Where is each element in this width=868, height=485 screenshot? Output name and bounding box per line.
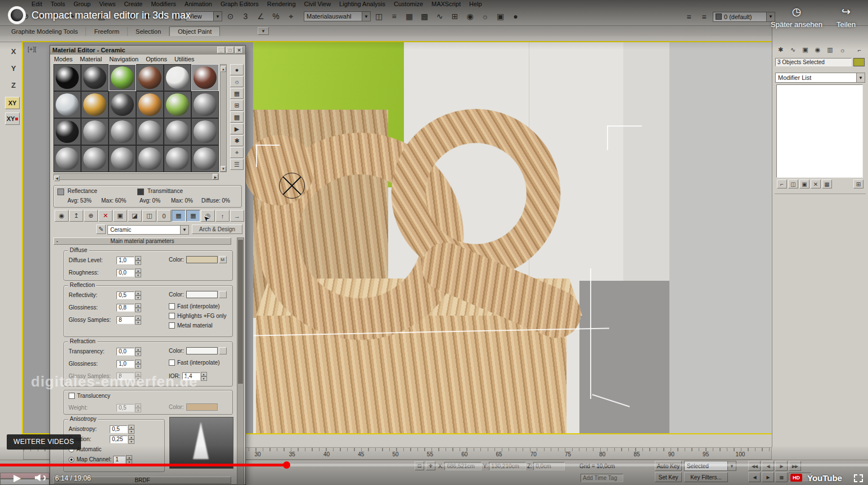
menu-item[interactable]: Rendering (267, 1, 296, 7)
material-slot[interactable] (164, 118, 191, 145)
ior-spinner[interactable]: ▲▼ (201, 372, 207, 380)
share-button[interactable]: ↪ Teilen (831, 5, 861, 29)
tab-hierarchy[interactable]: ▣ (800, 45, 811, 55)
material-slot[interactable] (164, 64, 191, 91)
modifier-stack-menu-button[interactable]: ⊞ (853, 179, 863, 188)
put-to-library-icon[interactable]: ◫ (142, 210, 156, 222)
material-slot[interactable] (191, 64, 219, 91)
hd-settings-badge[interactable]: HD (790, 474, 802, 482)
minimize-button[interactable]: _ (217, 47, 225, 53)
material-slot[interactable] (191, 145, 219, 172)
material-slot[interactable] (81, 91, 109, 118)
rendered-frame-icon[interactable]: ▣ (493, 10, 507, 24)
translucency-checkbox[interactable] (69, 393, 75, 399)
transparency-input[interactable]: 0,0 (116, 348, 134, 356)
time-configuration-button[interactable]: ▦ (775, 472, 788, 482)
slots-horizontal-scrollbar[interactable]: ◀ ▶ (53, 173, 219, 180)
use-center-icon[interactable]: ⊙ (223, 10, 237, 24)
menu-item[interactable]: Create (124, 1, 142, 7)
render-setup-icon[interactable]: ☼ (478, 10, 492, 24)
material-id-channel-icon[interactable]: 0 (157, 210, 171, 222)
rollout-scrollbar[interactable] (237, 237, 244, 485)
video-title[interactable]: Compact material editor in 3ds max (32, 10, 191, 21)
get-material-icon[interactable]: ◉ (55, 210, 69, 222)
progress-bar[interactable] (0, 464, 868, 466)
tab-modify[interactable]: ∿ (788, 45, 798, 55)
named-selection-set-dropdown[interactable]: Materialauswahl ▼ (304, 11, 371, 21)
reflection-glossiness-input[interactable]: 0,8 (116, 304, 134, 312)
roughness-spinner[interactable]: ▲▼ (135, 268, 141, 277)
maximize-button[interactable]: □ (226, 47, 234, 53)
rotation-spinner[interactable]: ▲▼ (128, 435, 134, 443)
tab-create[interactable]: ✱ (775, 45, 786, 55)
viewport-label[interactable]: [+][ (28, 46, 37, 52)
refraction-glossiness-spinner[interactable]: ▲▼ (135, 360, 141, 368)
configure-modifier-sets-button[interactable]: ▦ (822, 179, 832, 188)
ribbon-minimize-button[interactable]: ▼ (258, 27, 269, 35)
menu-item[interactable]: Modes (54, 56, 73, 62)
material-slot[interactable] (81, 118, 109, 145)
ribbon-tab[interactable]: Object Paint (169, 26, 220, 36)
diffuse-level-input[interactable]: 1,0 (116, 257, 134, 264)
make-preview-icon[interactable]: ▶ (230, 123, 244, 134)
rotate-gizmo[interactable] (279, 173, 305, 199)
tab-display[interactable]: ▥ (825, 45, 835, 55)
menu-item[interactable]: Civil View (304, 1, 331, 7)
watch-later-button[interactable]: ◷ Später ansehen (771, 5, 822, 29)
video-color-check-icon[interactable]: ▩ (230, 111, 244, 123)
material-slot[interactable] (81, 145, 109, 172)
material-name-dropdown[interactable]: Ceramic ▼ (107, 224, 189, 235)
ribbon-tab[interactable]: Freeform (86, 27, 128, 36)
material-slot[interactable] (164, 145, 191, 172)
reflectivity-input[interactable]: 0,5 (116, 291, 134, 299)
menu-item[interactable]: Edit (32, 1, 42, 7)
plane-xy-lock-button[interactable]: XY (5, 113, 20, 125)
layer-manager-icon[interactable]: ▦ (402, 10, 416, 24)
set-key-button[interactable]: Set Key (655, 472, 682, 482)
material-slot[interactable] (136, 91, 164, 118)
fullscreen-icon[interactable] (854, 474, 863, 482)
channel-avatar[interactable] (8, 6, 26, 24)
menu-item[interactable]: Animation (185, 1, 212, 7)
material-slot[interactable] (136, 145, 164, 172)
modifier-stack-list[interactable] (776, 84, 863, 178)
go-forward-sibling-icon[interactable]: → (230, 210, 244, 222)
pick-material-eyedropper-icon[interactable]: ✎ (96, 224, 106, 234)
material-slot[interactable] (81, 64, 109, 91)
material-editor-icon[interactable]: ◉ (463, 10, 477, 24)
menu-item[interactable]: Views (99, 1, 115, 7)
material-editor-titlebar[interactable]: Material Editor - Ceramic _□✕ (50, 46, 245, 55)
diffuse-color-swatch[interactable] (186, 256, 218, 263)
play-button[interactable]: ▶ (14, 472, 21, 484)
object-color-chip[interactable] (853, 58, 865, 66)
next-key-button[interactable]: ▶ (762, 472, 774, 482)
backlight-icon[interactable]: ☼ (230, 76, 244, 87)
reflection-color-swatch[interactable] (186, 291, 218, 298)
schematic-view-icon[interactable]: ⊞ (448, 10, 462, 24)
menu-item[interactable]: Graph Editors (221, 1, 259, 7)
reflection-map-button[interactable] (219, 291, 227, 298)
anisotropy-input[interactable]: 0,5 (110, 425, 128, 433)
material-slot[interactable] (191, 91, 219, 118)
material-slot[interactable] (164, 91, 191, 118)
main-parameters-rollout[interactable]: - Main material parameters (53, 237, 231, 245)
sample-uv-tiling-icon[interactable]: ⊞ (230, 100, 244, 111)
fast-interpolate-checkbox[interactable] (169, 303, 175, 309)
curve-editor-icon[interactable]: ∿ (433, 10, 447, 24)
material-slot[interactable] (53, 91, 81, 118)
menu-item[interactable]: Group (74, 1, 91, 7)
pin-stack-button[interactable]: ⌐ (777, 179, 787, 188)
previous-key-button[interactable]: ◀ (748, 472, 761, 482)
make-unique-button[interactable]: ▣ (799, 179, 809, 188)
material-slot[interactable] (136, 118, 164, 145)
options-icon[interactable]: ✱ (230, 135, 244, 146)
material-type-button[interactable]: Arch & Design (192, 224, 242, 234)
layer-dropdown[interactable]: 0 (default) ▼ (713, 12, 775, 22)
angle-snap-icon[interactable]: ∠ (254, 10, 268, 24)
go-to-parent-icon[interactable]: ↑ (215, 210, 230, 222)
spinner-snap-icon[interactable]: ⌖ (284, 10, 298, 24)
refraction-color-swatch[interactable] (186, 347, 218, 354)
transparency-spinner[interactable]: ▲▼ (135, 347, 141, 356)
panel-configure-icon[interactable]: ⌐ (854, 45, 865, 55)
reflection-samples-spinner[interactable]: ▲▼ (135, 316, 141, 324)
